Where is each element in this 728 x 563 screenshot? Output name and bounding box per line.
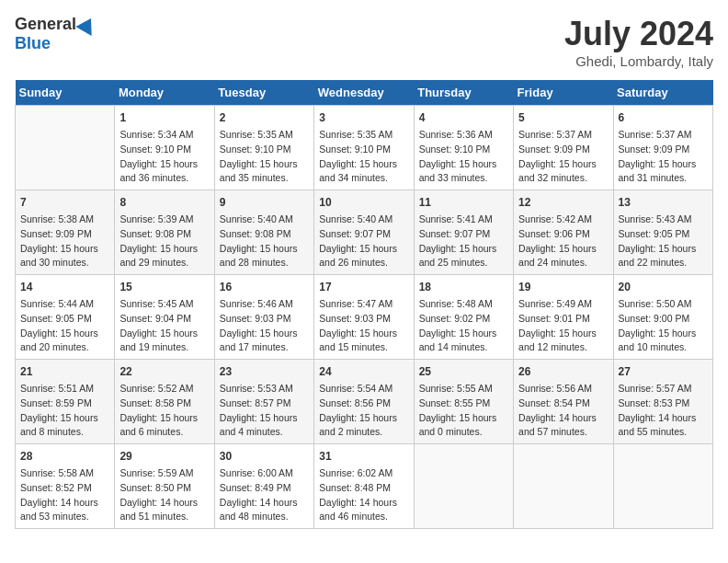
day-number: 27 bbox=[619, 363, 708, 380]
calendar-day-cell: 9Sunrise: 5:40 AMSunset: 9:08 PMDaylight… bbox=[214, 190, 313, 275]
day-info: Sunrise: 5:57 AMSunset: 8:53 PMDaylight:… bbox=[619, 382, 708, 440]
day-info: Sunrise: 5:45 AMSunset: 9:04 PMDaylight:… bbox=[119, 297, 209, 355]
day-info: Sunrise: 5:37 AMSunset: 9:09 PMDaylight:… bbox=[518, 128, 608, 186]
day-info: Sunrise: 6:00 AMSunset: 8:49 PMDaylight:… bbox=[220, 466, 309, 524]
day-number: 12 bbox=[518, 194, 608, 211]
day-info: Sunrise: 5:44 AMSunset: 9:05 PMDaylight:… bbox=[20, 297, 109, 355]
calendar-day-cell bbox=[514, 444, 613, 529]
calendar-day-cell: 24Sunrise: 5:54 AMSunset: 8:56 PMDayligh… bbox=[314, 360, 414, 444]
calendar-week-row: 14Sunrise: 5:44 AMSunset: 9:05 PMDayligh… bbox=[16, 275, 713, 360]
day-info: Sunrise: 5:40 AMSunset: 9:08 PMDaylight:… bbox=[220, 213, 309, 270]
calendar-header-row: SundayMondayTuesdayWednesdayThursdayFrid… bbox=[16, 80, 713, 106]
day-info: Sunrise: 5:35 AMSunset: 9:10 PMDaylight:… bbox=[220, 128, 309, 186]
calendar-day-cell bbox=[613, 444, 712, 529]
logo: General Blue bbox=[15, 15, 97, 53]
calendar-day-cell: 5Sunrise: 5:37 AMSunset: 9:09 PMDaylight… bbox=[514, 106, 613, 190]
calendar-table: SundayMondayTuesdayWednesdayThursdayFrid… bbox=[15, 80, 713, 529]
page-header: General Blue July 2024 Ghedi, Lombardy, … bbox=[15, 15, 713, 69]
calendar-day-cell: 12Sunrise: 5:42 AMSunset: 9:06 PMDayligh… bbox=[514, 190, 613, 275]
day-number: 23 bbox=[220, 363, 309, 380]
day-number: 17 bbox=[319, 279, 408, 295]
calendar-day-cell: 11Sunrise: 5:41 AMSunset: 9:07 PMDayligh… bbox=[414, 190, 513, 275]
day-info: Sunrise: 5:55 AMSunset: 8:55 PMDaylight:… bbox=[419, 382, 508, 440]
day-info: Sunrise: 5:34 AMSunset: 9:10 PMDaylight:… bbox=[119, 128, 209, 186]
day-number: 16 bbox=[220, 279, 309, 295]
calendar-day-cell: 10Sunrise: 5:40 AMSunset: 9:07 PMDayligh… bbox=[314, 190, 414, 275]
logo-blue-text: Blue bbox=[15, 34, 51, 53]
calendar-day-cell: 21Sunrise: 5:51 AMSunset: 8:59 PMDayligh… bbox=[16, 360, 115, 444]
day-info: Sunrise: 5:39 AMSunset: 9:08 PMDaylight:… bbox=[119, 213, 209, 270]
calendar-day-cell: 15Sunrise: 5:45 AMSunset: 9:04 PMDayligh… bbox=[115, 275, 214, 360]
day-info: Sunrise: 5:47 AMSunset: 9:03 PMDaylight:… bbox=[319, 297, 408, 355]
day-number: 31 bbox=[319, 448, 408, 465]
day-number: 21 bbox=[20, 363, 109, 380]
calendar-day-cell: 29Sunrise: 5:59 AMSunset: 8:50 PMDayligh… bbox=[115, 444, 214, 529]
day-info: Sunrise: 5:50 AMSunset: 9:00 PMDaylight:… bbox=[619, 297, 708, 355]
day-of-week-header: Tuesday bbox=[214, 80, 313, 106]
calendar-week-row: 28Sunrise: 5:58 AMSunset: 8:52 PMDayligh… bbox=[16, 444, 713, 529]
calendar-day-cell: 6Sunrise: 5:37 AMSunset: 9:09 PMDaylight… bbox=[613, 106, 712, 190]
day-of-week-header: Wednesday bbox=[314, 80, 414, 106]
day-info: Sunrise: 5:36 AMSunset: 9:10 PMDaylight:… bbox=[419, 128, 508, 186]
logo-triangle-icon bbox=[75, 14, 98, 36]
calendar-day-cell: 25Sunrise: 5:55 AMSunset: 8:55 PMDayligh… bbox=[414, 360, 513, 444]
day-number: 30 bbox=[220, 448, 309, 465]
day-info: Sunrise: 5:58 AMSunset: 8:52 PMDaylight:… bbox=[20, 466, 109, 524]
day-number: 20 bbox=[619, 279, 708, 295]
calendar-day-cell: 1Sunrise: 5:34 AMSunset: 9:10 PMDaylight… bbox=[115, 106, 214, 190]
day-info: Sunrise: 5:41 AMSunset: 9:07 PMDaylight:… bbox=[419, 213, 508, 270]
day-info: Sunrise: 5:35 AMSunset: 9:10 PMDaylight:… bbox=[319, 128, 408, 186]
day-number: 13 bbox=[619, 194, 708, 211]
day-of-week-header: Monday bbox=[115, 80, 214, 106]
calendar-day-cell: 7Sunrise: 5:38 AMSunset: 9:09 PMDaylight… bbox=[16, 190, 115, 275]
calendar-day-cell: 27Sunrise: 5:57 AMSunset: 8:53 PMDayligh… bbox=[613, 360, 712, 444]
day-info: Sunrise: 5:42 AMSunset: 9:06 PMDaylight:… bbox=[518, 213, 608, 270]
day-number: 1 bbox=[119, 109, 209, 126]
day-info: Sunrise: 5:51 AMSunset: 8:59 PMDaylight:… bbox=[20, 382, 109, 440]
day-number: 3 bbox=[319, 109, 408, 126]
day-number: 5 bbox=[518, 109, 608, 126]
day-of-week-header: Saturday bbox=[613, 80, 712, 106]
day-number: 14 bbox=[20, 279, 109, 295]
day-info: Sunrise: 5:54 AMSunset: 8:56 PMDaylight:… bbox=[319, 382, 408, 440]
day-info: Sunrise: 5:43 AMSunset: 9:05 PMDaylight:… bbox=[619, 213, 708, 270]
day-number: 26 bbox=[518, 363, 608, 380]
calendar-day-cell: 30Sunrise: 6:00 AMSunset: 8:49 PMDayligh… bbox=[214, 444, 313, 529]
day-info: Sunrise: 6:02 AMSunset: 8:48 PMDaylight:… bbox=[319, 466, 408, 524]
calendar-day-cell: 23Sunrise: 5:53 AMSunset: 8:57 PMDayligh… bbox=[214, 360, 313, 444]
calendar-day-cell: 28Sunrise: 5:58 AMSunset: 8:52 PMDayligh… bbox=[16, 444, 115, 529]
calendar-day-cell: 31Sunrise: 6:02 AMSunset: 8:48 PMDayligh… bbox=[314, 444, 414, 529]
day-number: 11 bbox=[419, 194, 508, 211]
calendar-day-cell: 8Sunrise: 5:39 AMSunset: 9:08 PMDaylight… bbox=[115, 190, 214, 275]
day-info: Sunrise: 5:49 AMSunset: 9:01 PMDaylight:… bbox=[518, 297, 608, 355]
calendar-day-cell: 3Sunrise: 5:35 AMSunset: 9:10 PMDaylight… bbox=[314, 106, 414, 190]
day-number: 6 bbox=[619, 109, 708, 126]
calendar-day-cell: 16Sunrise: 5:46 AMSunset: 9:03 PMDayligh… bbox=[214, 275, 313, 360]
calendar-week-row: 7Sunrise: 5:38 AMSunset: 9:09 PMDaylight… bbox=[16, 190, 713, 275]
day-of-week-header: Thursday bbox=[414, 80, 513, 106]
day-number: 28 bbox=[20, 448, 109, 465]
location-subtitle: Ghedi, Lombardy, Italy bbox=[564, 53, 713, 69]
day-info: Sunrise: 5:59 AMSunset: 8:50 PMDaylight:… bbox=[119, 466, 209, 524]
day-number: 9 bbox=[220, 194, 309, 211]
day-number: 8 bbox=[119, 194, 209, 211]
day-number: 22 bbox=[119, 363, 209, 380]
day-of-week-header: Sunday bbox=[16, 80, 115, 106]
day-number: 15 bbox=[119, 279, 209, 295]
calendar-day-cell: 2Sunrise: 5:35 AMSunset: 9:10 PMDaylight… bbox=[214, 106, 313, 190]
logo-general-text: General bbox=[15, 15, 76, 34]
calendar-day-cell: 13Sunrise: 5:43 AMSunset: 9:05 PMDayligh… bbox=[613, 190, 712, 275]
calendar-day-cell: 17Sunrise: 5:47 AMSunset: 9:03 PMDayligh… bbox=[314, 275, 414, 360]
day-info: Sunrise: 5:38 AMSunset: 9:09 PMDaylight:… bbox=[20, 213, 109, 270]
day-number: 24 bbox=[319, 363, 408, 380]
calendar-day-cell: 4Sunrise: 5:36 AMSunset: 9:10 PMDaylight… bbox=[414, 106, 513, 190]
title-block: July 2024 Ghedi, Lombardy, Italy bbox=[564, 15, 713, 69]
day-of-week-header: Friday bbox=[514, 80, 613, 106]
day-info: Sunrise: 5:48 AMSunset: 9:02 PMDaylight:… bbox=[419, 297, 508, 355]
day-info: Sunrise: 5:52 AMSunset: 8:58 PMDaylight:… bbox=[119, 382, 209, 440]
day-info: Sunrise: 5:40 AMSunset: 9:07 PMDaylight:… bbox=[319, 213, 408, 270]
calendar-day-cell bbox=[414, 444, 513, 529]
day-info: Sunrise: 5:37 AMSunset: 9:09 PMDaylight:… bbox=[619, 128, 708, 186]
day-number: 29 bbox=[119, 448, 209, 465]
day-number: 25 bbox=[419, 363, 508, 380]
